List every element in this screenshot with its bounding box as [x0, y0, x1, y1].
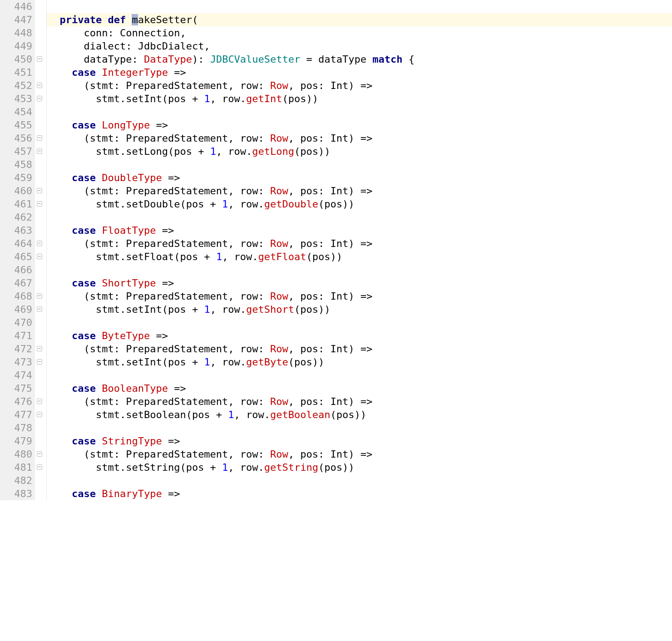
token-type: Row: [270, 133, 288, 144]
token-mcall: getInt: [246, 93, 282, 104]
fold-open-icon[interactable]: [37, 399, 42, 404]
code-line[interactable]: case FloatType =>: [47, 224, 672, 237]
token-plain: , pos: Int) =>: [288, 80, 372, 91]
code-line[interactable]: [47, 369, 672, 382]
fold-gutter-line: [35, 487, 46, 500]
code-line[interactable]: (stmt: PreparedStatement, row: Row, pos:…: [47, 290, 672, 303]
code-line[interactable]: [47, 105, 672, 118]
fold-gutter-line: [35, 53, 46, 66]
fold-gutter-line: [35, 303, 46, 316]
token-plain: =>: [162, 172, 180, 183]
fold-open-icon[interactable]: [37, 293, 42, 299]
fold-gutter-line: [35, 118, 46, 132]
fold-close-icon[interactable]: [37, 96, 42, 101]
code-line[interactable]: [47, 316, 672, 329]
token-type: DoubleType: [102, 172, 162, 183]
token-type: Row: [270, 291, 288, 302]
token-plain: (pos)): [282, 93, 318, 104]
code-line[interactable]: [47, 421, 672, 434]
token-plain: [96, 67, 102, 78]
fold-open-icon[interactable]: [37, 188, 42, 193]
token-kw: case: [72, 383, 96, 394]
code-line[interactable]: case LongType =>: [47, 118, 672, 132]
fold-open-icon[interactable]: [37, 241, 42, 246]
code-line[interactable]: conn: Connection,: [47, 26, 672, 39]
fold-close-icon[interactable]: [37, 306, 42, 312]
code-line[interactable]: (stmt: PreparedStatement, row: Row, pos:…: [47, 184, 672, 197]
line-number: 446: [0, 0, 32, 13]
code-line[interactable]: private def makeSetter(: [47, 13, 672, 26]
token-num: 1: [222, 462, 228, 473]
line-number: 462: [0, 211, 32, 224]
token-plain: , pos: Int) =>: [288, 343, 372, 355]
fold-gutter-line: [35, 342, 46, 355]
token-plain: =>: [162, 488, 180, 499]
token-plain: [96, 172, 102, 183]
code-line[interactable]: stmt.setInt(pos + 1, row.getShort(pos)): [47, 303, 672, 316]
token-plain: stmt.setDouble(pos +: [48, 198, 222, 210]
token-plain: ):: [192, 54, 210, 65]
line-number: 461: [0, 197, 32, 211]
line-number: 470: [0, 316, 32, 329]
code-line[interactable]: (stmt: PreparedStatement, row: Row, pos:…: [47, 395, 672, 408]
code-line[interactable]: [47, 211, 672, 224]
fold-open-icon[interactable]: [37, 83, 42, 88]
code-line[interactable]: [47, 158, 672, 171]
code-line[interactable]: case BooleanType =>: [47, 382, 672, 395]
fold-close-icon[interactable]: [37, 464, 42, 470]
fold-close-icon[interactable]: [37, 201, 42, 207]
token-plain: [96, 330, 102, 341]
code-line[interactable]: dataType: DataType): JDBCValueSetter = d…: [47, 53, 672, 66]
code-line[interactable]: case ShortType =>: [47, 276, 672, 290]
code-line[interactable]: dialect: JdbcDialect,: [47, 39, 672, 53]
line-number: 475: [0, 382, 32, 395]
fold-open-icon[interactable]: [37, 135, 42, 141]
fold-close-icon[interactable]: [37, 148, 42, 154]
fold-open-icon[interactable]: [37, 346, 42, 351]
fold-gutter-line: [35, 237, 46, 250]
code-line[interactable]: stmt.setLong(pos + 1, row.getLong(pos)): [47, 145, 672, 158]
code-line[interactable]: case StringType =>: [47, 434, 672, 448]
code-line[interactable]: (stmt: PreparedStatement, row: Row, pos:…: [47, 132, 672, 145]
fold-close-icon[interactable]: [37, 412, 42, 417]
code-line[interactable]: case BinaryType =>: [47, 487, 672, 500]
fold-close-icon[interactable]: [37, 359, 42, 365]
line-number: 450: [0, 53, 32, 66]
fold-open-icon[interactable]: [37, 451, 42, 457]
token-plain: [126, 14, 132, 25]
fold-gutter-line: [35, 13, 46, 26]
token-plain: [48, 14, 60, 25]
fold-gutter-line: [35, 329, 46, 342]
code-editor[interactable]: private def makeSetter( conn: Connection…: [47, 0, 672, 500]
code-line[interactable]: (stmt: PreparedStatement, row: Row, pos:…: [47, 79, 672, 92]
token-num: 1: [204, 304, 210, 315]
token-plain: , row.: [228, 462, 264, 473]
code-line[interactable]: stmt.setDouble(pos + 1, row.getDouble(po…: [47, 197, 672, 211]
token-plain: =>: [168, 67, 186, 78]
fold-gutter-line: [35, 171, 46, 184]
code-line[interactable]: case DoubleType =>: [47, 171, 672, 184]
code-line[interactable]: (stmt: PreparedStatement, row: Row, pos:…: [47, 237, 672, 250]
code-line[interactable]: [47, 474, 672, 487]
code-line[interactable]: case ByteType =>: [47, 329, 672, 342]
token-type: FloatType: [102, 225, 156, 236]
fold-open-icon[interactable]: [37, 56, 42, 62]
code-line[interactable]: (stmt: PreparedStatement, row: Row, pos:…: [47, 448, 672, 461]
fold-gutter-line: [35, 184, 46, 197]
token-plain: [48, 488, 72, 499]
code-line[interactable]: case IntegerType =>: [47, 66, 672, 79]
code-line[interactable]: (stmt: PreparedStatement, row: Row, pos:…: [47, 342, 672, 355]
code-line[interactable]: stmt.setFloat(pos + 1, row.getFloat(pos)…: [47, 250, 672, 263]
code-line[interactable]: [47, 263, 672, 276]
token-type: LongType: [102, 119, 150, 131]
code-line[interactable]: stmt.setString(pos + 1, row.getString(po…: [47, 461, 672, 474]
line-number: 465: [0, 250, 32, 263]
fold-gutter-line: [35, 474, 46, 487]
token-type: Row: [270, 80, 288, 91]
code-line[interactable]: stmt.setInt(pos + 1, row.getByte(pos)): [47, 355, 672, 369]
code-line[interactable]: stmt.setInt(pos + 1, row.getInt(pos)): [47, 92, 672, 105]
fold-close-icon[interactable]: [37, 254, 42, 259]
token-plain: , row.: [216, 146, 252, 157]
code-line[interactable]: [47, 0, 672, 13]
code-line[interactable]: stmt.setBoolean(pos + 1, row.getBoolean(…: [47, 408, 672, 421]
